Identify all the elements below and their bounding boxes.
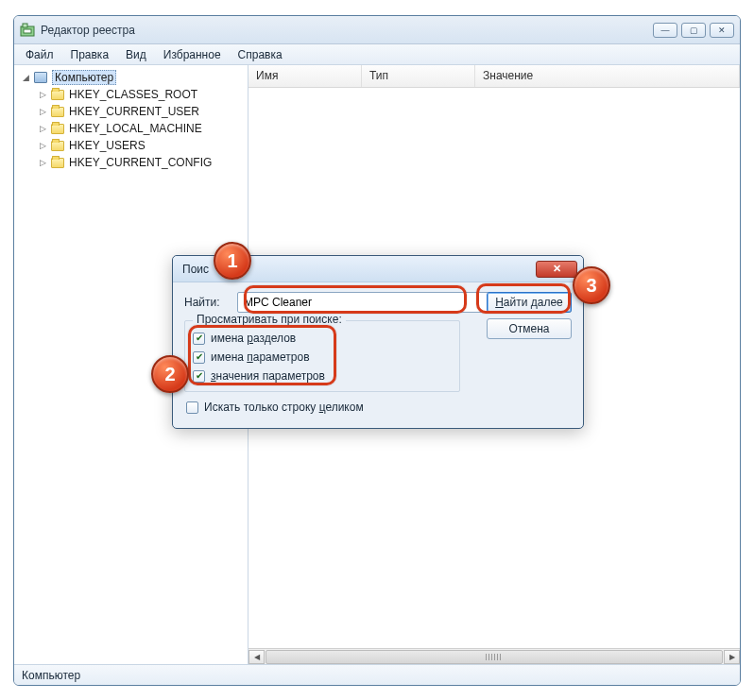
checkbox-data[interactable]: значения параметров bbox=[193, 367, 452, 385]
expand-icon[interactable]: ▷ bbox=[37, 141, 48, 150]
search-options-group: Просматривать при поиске: имена разделов… bbox=[184, 320, 460, 392]
tree-label: HKEY_CLASSES_ROOT bbox=[69, 88, 197, 101]
checkbox-icon bbox=[193, 351, 205, 364]
computer-icon bbox=[33, 71, 48, 84]
col-type[interactable]: Тип bbox=[362, 65, 475, 87]
window-title: Редактор реестра bbox=[41, 24, 653, 37]
expand-icon[interactable]: ▷ bbox=[37, 158, 48, 167]
expand-icon[interactable]: ▷ bbox=[37, 90, 48, 99]
folder-icon bbox=[50, 156, 65, 169]
find-label: Найти: bbox=[184, 296, 237, 309]
menu-view[interactable]: Вид bbox=[118, 46, 154, 63]
menu-edit[interactable]: Правка bbox=[63, 46, 117, 63]
checkbox-icon bbox=[193, 370, 205, 383]
tree-label: HKEY_LOCAL_MACHINE bbox=[69, 122, 202, 135]
tree-item-hku[interactable]: ▷ HKEY_USERS bbox=[16, 137, 246, 154]
cancel-button[interactable]: Отмена bbox=[487, 318, 572, 339]
horizontal-scrollbar[interactable]: ◀ ▶ bbox=[248, 648, 740, 664]
menu-help[interactable]: Справка bbox=[231, 46, 290, 63]
dialog-close-button[interactable]: ✕ bbox=[536, 261, 577, 278]
menu-favorites[interactable]: Избранное bbox=[156, 46, 229, 63]
scroll-left-icon[interactable]: ◀ bbox=[248, 650, 265, 664]
folder-icon bbox=[50, 122, 65, 135]
expand-icon[interactable]: ▷ bbox=[37, 107, 48, 116]
checkbox-valuenames[interactable]: имена параметров bbox=[193, 348, 452, 367]
col-name[interactable]: Имя bbox=[248, 65, 362, 87]
close-button[interactable]: ✕ bbox=[710, 23, 734, 38]
tree-label: HKEY_USERS bbox=[69, 139, 146, 152]
status-text: Компьютер bbox=[22, 669, 80, 682]
dialog-title: Поис bbox=[182, 263, 209, 276]
checkbox-wholestring[interactable]: Искать только строку целиком bbox=[186, 398, 572, 417]
svg-rect-1 bbox=[23, 24, 27, 27]
folder-icon bbox=[50, 88, 65, 101]
expand-icon[interactable]: ▷ bbox=[37, 124, 48, 133]
tree-label: HKEY_CURRENT_USER bbox=[69, 105, 199, 118]
dialog-titlebar: Поис ✕ bbox=[173, 256, 583, 282]
tree-root-label: Компьютер bbox=[52, 70, 116, 85]
tree-item-hkcc[interactable]: ▷ HKEY_CURRENT_CONFIG bbox=[16, 154, 246, 171]
minimize-button[interactable]: — bbox=[653, 23, 677, 38]
folder-icon bbox=[50, 105, 65, 118]
checkbox-label: имена разделов bbox=[211, 332, 296, 345]
menu-file[interactable]: Файл bbox=[18, 46, 61, 63]
list-header: Имя Тип Значение bbox=[248, 65, 740, 88]
tree-item-hklm[interactable]: ▷ HKEY_LOCAL_MACHINE bbox=[16, 120, 246, 137]
tree-label: HKEY_CURRENT_CONFIG bbox=[69, 156, 212, 169]
checkbox-label: имена параметров bbox=[211, 350, 310, 364]
statusbar: Компьютер bbox=[14, 664, 740, 685]
scroll-thumb[interactable] bbox=[266, 650, 723, 664]
tree-root[interactable]: ◢ Компьютер bbox=[16, 69, 246, 86]
tree-item-hkcu[interactable]: ▷ HKEY_CURRENT_USER bbox=[16, 103, 246, 120]
app-icon bbox=[20, 23, 35, 38]
maximize-button[interactable]: ▢ bbox=[681, 23, 706, 38]
menubar: Файл Правка Вид Избранное Справка bbox=[14, 44, 740, 65]
folder-icon bbox=[50, 139, 65, 152]
titlebar: Редактор реестра — ▢ ✕ bbox=[14, 16, 740, 44]
group-legend: Просматривать при поиске: bbox=[193, 313, 346, 326]
col-value[interactable]: Значение bbox=[475, 65, 740, 87]
tree-item-hkcr[interactable]: ▷ HKEY_CLASSES_ROOT bbox=[16, 86, 246, 103]
checkbox-keys[interactable]: имена разделов bbox=[193, 329, 452, 348]
checkbox-icon bbox=[193, 333, 205, 345]
checkbox-icon bbox=[186, 401, 198, 414]
find-next-button[interactable]: Найти далее bbox=[487, 292, 572, 313]
checkbox-label: Искать только строку целиком bbox=[204, 401, 364, 414]
scroll-right-icon[interactable]: ▶ bbox=[724, 650, 740, 664]
svg-rect-2 bbox=[24, 29, 31, 33]
collapse-icon[interactable]: ◢ bbox=[20, 73, 31, 82]
find-dialog: Поис ✕ Найти: Просматривать при поиске: … bbox=[172, 255, 584, 429]
checkbox-label: значения параметров bbox=[211, 369, 325, 383]
